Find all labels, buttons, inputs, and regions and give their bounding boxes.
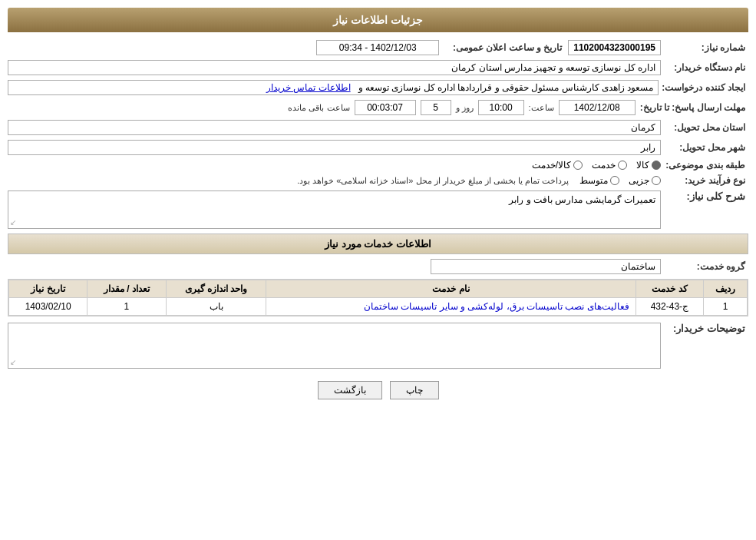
- description-section-label: شرح کلی نیاز:: [664, 190, 748, 202]
- table-row: 1 ج-43-432 فعالیت‌های نصب تاسیسات برق، ل…: [9, 298, 748, 316]
- category-kala-khedmat-radio: [573, 161, 583, 170]
- cell-code: ج-43-432: [636, 298, 703, 316]
- description-value: تعمیرات گرمایشی مدارس بافت و رابر: [509, 194, 655, 205]
- description-box: تعمیرات گرمایشی مدارس بافت و رابر: [8, 190, 661, 229]
- purchase-type-options: جزیی متوسط: [579, 175, 661, 186]
- purchase-type-note: پرداخت تمام یا بخشی از مبلغ خریدار از مح…: [297, 176, 569, 186]
- category-options: کالا خدمت کالا/خدمت: [532, 160, 661, 171]
- cell-unit: باب: [166, 298, 266, 316]
- purchase-type-jozi[interactable]: جزیی: [629, 175, 661, 186]
- cell-quantity: 1: [87, 298, 166, 316]
- col-header-row: ردیف: [703, 280, 747, 298]
- deadline-time: 10:00: [478, 100, 524, 115]
- category-label: طبقه بندی موضوعی:: [664, 160, 748, 171]
- services-table: ردیف کد خدمت نام خدمت واحد اندازه گیری ت…: [8, 279, 748, 316]
- province-label: استان محل تحویل:: [664, 122, 748, 133]
- deadline-remaining: 00:03:07: [355, 100, 416, 115]
- buyer-notes-box: [8, 323, 661, 369]
- purchase-type-motavasset[interactable]: متوسط: [579, 175, 619, 186]
- creator-contact-link[interactable]: اطلاعات تماس خریدار: [266, 82, 351, 93]
- print-button[interactable]: چاپ: [390, 381, 439, 399]
- deadline-label: مهلت ارسال پاسخ: تا تاریخ:: [640, 102, 748, 113]
- category-khedmat-radio: [618, 161, 627, 170]
- city-label: شهر محل تحویل:: [664, 142, 748, 153]
- service-group-value: ساختمان: [431, 259, 661, 274]
- col-header-unit: واحد اندازه گیری: [166, 280, 266, 298]
- announcement-date-label: تاریخ و ساعت اعلان عمومی:: [442, 42, 565, 53]
- purchase-type-label: نوع فرآیند خرید:: [664, 175, 748, 186]
- cell-date: 1403/02/10: [9, 298, 87, 316]
- deadline-days-label: روز و: [456, 103, 474, 113]
- category-kala[interactable]: کالا: [636, 160, 661, 171]
- service-group-label: گروه خدمت:: [664, 261, 748, 272]
- creator-value: مسعود زاهدی کارشناس مسئول حقوقی و قراردا…: [8, 80, 659, 95]
- buyer-notes-label: توضیحات خریدار:: [664, 323, 748, 334]
- col-header-quantity: تعداد / مقدار: [87, 280, 166, 298]
- category-kala-radio: [652, 161, 661, 170]
- announcement-date-value: 1402/12/03 - 09:34: [316, 40, 439, 55]
- request-number-label: شماره نیاز:: [664, 42, 748, 53]
- buyer-org-label: نام دستگاه خریدار:: [664, 62, 748, 73]
- page-title: جزئیات اطلاعات نیاز: [333, 14, 423, 26]
- purchase-type-motavasset-radio: [610, 176, 619, 185]
- back-button[interactable]: بازگشت: [318, 381, 382, 399]
- category-kala-khedmat[interactable]: کالا/خدمت: [532, 160, 583, 171]
- category-kala-label: کالا: [636, 160, 649, 171]
- footer-buttons: چاپ بازگشت: [8, 381, 748, 399]
- purchase-type-motavasset-label: متوسط: [579, 175, 608, 186]
- category-khedmat[interactable]: خدمت: [592, 160, 627, 171]
- deadline-date: 1402/12/08: [559, 100, 636, 115]
- col-header-name: نام خدمت: [266, 280, 636, 298]
- purchase-type-jozi-label: جزیی: [629, 175, 649, 186]
- buyer-org-value: اداره کل نوسازی توسعه و تجهیز مدارس استا…: [8, 60, 661, 75]
- deadline-remaining-label: ساعت باقی مانده: [288, 103, 349, 113]
- deadline-time-label: ساعت:: [529, 103, 554, 113]
- cell-row: 1: [703, 298, 747, 316]
- category-khedmat-label: خدمت: [592, 160, 616, 171]
- page-header: جزئیات اطلاعات نیاز: [8, 8, 748, 32]
- category-kala-khedmat-label: کالا/خدمت: [532, 160, 571, 171]
- request-number-value: 1102004323000195: [568, 40, 661, 55]
- col-header-code: کد خدمت: [636, 280, 703, 298]
- creator-label: ایجاد کننده درخواست:: [662, 82, 748, 93]
- col-header-date: تاریخ نیاز: [9, 280, 87, 298]
- purchase-type-jozi-radio: [652, 176, 661, 185]
- city-value: رابر: [8, 140, 661, 155]
- services-section-title: اطلاعات خدمات مورد نیاز: [8, 234, 748, 254]
- deadline-days: 5: [421, 100, 451, 115]
- province-value: کرمان: [8, 120, 661, 135]
- cell-name: فعالیت‌های نصب تاسیسات برق، لوله‌کشی و س…: [266, 298, 636, 316]
